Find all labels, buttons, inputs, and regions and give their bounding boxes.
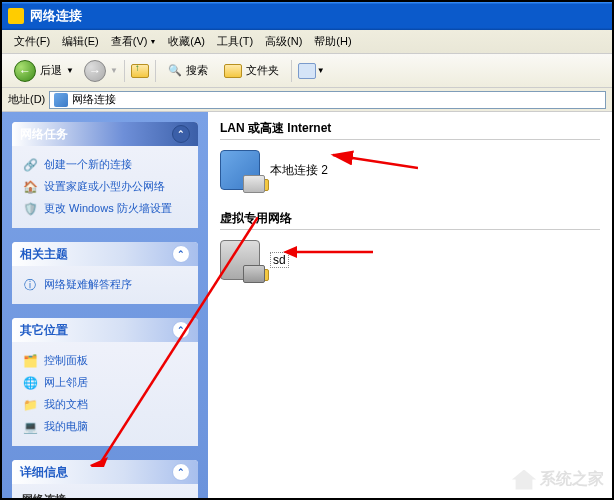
views-button[interactable]: ▼ — [298, 63, 325, 79]
search-icon: 🔍 — [168, 64, 182, 77]
folder-icon — [224, 64, 242, 78]
tasks-panel-header[interactable]: 网络任务 ⌃ — [12, 122, 198, 146]
section-vpn-title: 虚拟专用网络 — [220, 210, 600, 230]
menu-help[interactable]: 帮助(H) — [308, 32, 357, 51]
network-setup-icon: 🏠 — [22, 179, 38, 195]
title-bar: 网络连接 — [2, 2, 612, 30]
network-places-icon: 🌐 — [22, 375, 38, 391]
address-label: 地址(D) — [8, 92, 45, 107]
tasks-panel: 网络任务 ⌃ 🔗 创建一个新的连接 🏠 设置家庭或小型办公网络 🛡️ 更改 Wi… — [12, 122, 198, 228]
vpn-connection-icon — [220, 240, 260, 280]
firewall-icon: 🛡️ — [22, 201, 38, 217]
menu-tools[interactable]: 工具(T) — [211, 32, 259, 51]
connection-icon: 🔗 — [22, 157, 38, 173]
address-input[interactable]: 网络连接 — [49, 91, 606, 109]
collapse-icon: ⌃ — [172, 125, 190, 143]
lan-connection-item[interactable]: 本地连接 2 — [220, 150, 600, 190]
forward-button[interactable]: → — [84, 60, 106, 82]
details-panel-header[interactable]: 详细信息 ⌃ — [12, 460, 198, 484]
menu-bar: 文件(F) 编辑(E) 查看(V)▼ 收藏(A) 工具(T) 高级(N) 帮助(… — [2, 30, 612, 54]
computer-icon: 💻 — [22, 419, 38, 435]
other-network-places[interactable]: 🌐 网上邻居 — [22, 372, 188, 394]
window-title: 网络连接 — [30, 7, 82, 25]
other-panel-header[interactable]: 其它位置 ⌃ — [12, 318, 198, 342]
collapse-icon: ⌃ — [172, 463, 190, 481]
back-button[interactable]: ← 后退 ▼ — [8, 58, 80, 84]
related-panel-body: ⓘ 网络疑难解答程序 — [12, 266, 198, 304]
lan-connection-icon — [220, 150, 260, 190]
section-lan-title: LAN 或高速 Internet — [220, 120, 600, 140]
other-my-documents[interactable]: 📁 我的文档 — [22, 394, 188, 416]
details-subtitle: 网络连接 — [22, 492, 188, 498]
other-panel: 其它位置 ⌃ 🗂️ 控制面板 🌐 网上邻居 📁 我的文档 💻 — [12, 318, 198, 446]
related-troubleshoot[interactable]: ⓘ 网络疑难解答程序 — [22, 274, 188, 296]
menu-advanced[interactable]: 高级(N) — [259, 32, 308, 51]
task-setup-network[interactable]: 🏠 设置家庭或小型办公网络 — [22, 176, 188, 198]
separator — [124, 60, 125, 82]
separator — [155, 60, 156, 82]
watermark-icon — [512, 470, 536, 490]
folders-button[interactable]: 文件夹 — [218, 61, 285, 80]
task-create-connection[interactable]: 🔗 创建一个新的连接 — [22, 154, 188, 176]
other-control-panel[interactable]: 🗂️ 控制面板 — [22, 350, 188, 372]
tasks-panel-body: 🔗 创建一个新的连接 🏠 设置家庭或小型办公网络 🛡️ 更改 Windows 防… — [12, 146, 198, 228]
lock-badge-icon — [257, 179, 269, 191]
help-icon: ⓘ — [22, 277, 38, 293]
up-button[interactable]: ↑ — [131, 64, 149, 78]
toolbar: ← 后退 ▼ → ▼ ↑ 🔍 搜索 文件夹 ▼ — [2, 54, 612, 88]
network-folder-icon — [54, 93, 68, 107]
vpn-connection-item[interactable]: sd — [220, 240, 600, 280]
details-panel-body: 网络连接 — [12, 484, 198, 498]
collapse-icon: ⌃ — [172, 321, 190, 339]
lan-connection-label: 本地连接 2 — [270, 162, 328, 179]
details-panel: 详细信息 ⌃ 网络连接 — [12, 460, 198, 498]
related-panel: 相关主题 ⌃ ⓘ 网络疑难解答程序 — [12, 242, 198, 304]
content-area: 网络任务 ⌃ 🔗 创建一个新的连接 🏠 设置家庭或小型办公网络 🛡️ 更改 Wi… — [2, 112, 612, 498]
menu-favorites[interactable]: 收藏(A) — [162, 32, 211, 51]
other-panel-body: 🗂️ 控制面板 🌐 网上邻居 📁 我的文档 💻 我的电脑 — [12, 342, 198, 446]
control-panel-icon: 🗂️ — [22, 353, 38, 369]
address-bar: 地址(D) 网络连接 — [2, 88, 612, 112]
menu-view[interactable]: 查看(V)▼ — [105, 32, 163, 51]
main-pane: LAN 或高速 Internet 本地连接 2 虚拟专用网络 sd — [208, 112, 612, 498]
task-firewall[interactable]: 🛡️ 更改 Windows 防火墙设置 — [22, 198, 188, 220]
documents-icon: 📁 — [22, 397, 38, 413]
window-icon — [8, 8, 24, 24]
collapse-icon: ⌃ — [172, 245, 190, 263]
separator — [291, 60, 292, 82]
vpn-connection-label: sd — [270, 252, 289, 268]
back-icon: ← — [14, 60, 36, 82]
lock-badge-icon — [257, 269, 269, 281]
watermark: 系统之家 — [512, 469, 604, 490]
other-my-computer[interactable]: 💻 我的电脑 — [22, 416, 188, 438]
menu-file[interactable]: 文件(F) — [8, 32, 56, 51]
menu-edit[interactable]: 编辑(E) — [56, 32, 105, 51]
related-panel-header[interactable]: 相关主题 ⌃ — [12, 242, 198, 266]
sidebar: 网络任务 ⌃ 🔗 创建一个新的连接 🏠 设置家庭或小型办公网络 🛡️ 更改 Wi… — [2, 112, 208, 498]
search-button[interactable]: 🔍 搜索 — [162, 61, 214, 80]
